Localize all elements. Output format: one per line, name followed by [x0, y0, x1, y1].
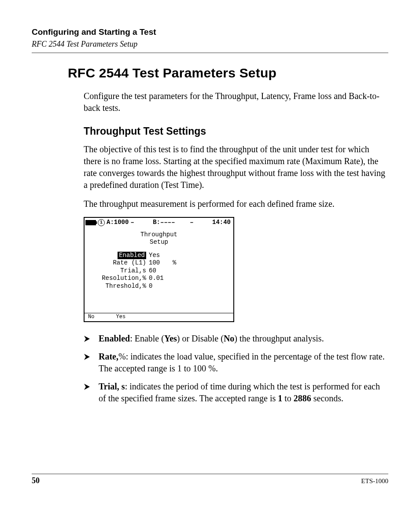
list-item: Rate,%: indicates the load value, specif…	[84, 351, 388, 374]
text-bold: Yes	[164, 334, 177, 343]
arrow-icon	[84, 382, 93, 390]
param-unit	[173, 252, 182, 260]
battery-icon	[85, 220, 96, 225]
term: Trial, s	[99, 382, 125, 391]
device-figure: 1 A:1000 – B:–––– – 14:40 Throughput Set…	[84, 217, 388, 322]
status-dash-b: –	[190, 219, 193, 226]
arrow-icon	[84, 334, 93, 342]
param-row-resolution: Resolution,% 0.01	[88, 275, 230, 283]
status-dash-a: –	[130, 219, 134, 227]
param-label: Resolution,%	[88, 275, 146, 283]
param-row-trial: Trial,s 60	[88, 267, 230, 275]
subsection-para-2: The throughput measurement is performed …	[84, 198, 388, 210]
page-number: 50	[32, 476, 40, 485]
device-footer: No Yes	[85, 313, 233, 321]
param-value: 100	[149, 259, 170, 267]
param-unit: %	[173, 259, 182, 267]
arrow-icon	[84, 352, 93, 360]
list-item: Trial, s: indicates the period of time d…	[84, 381, 388, 404]
text-bold: No	[224, 334, 234, 343]
text: ) the throughput analysis.	[234, 334, 324, 343]
footer-option-yes: Yes	[116, 314, 126, 320]
list-item: Enabled: Enable (Yes) or Disable (No) th…	[84, 333, 388, 345]
term: Rate,	[99, 352, 118, 361]
subsection-title: Throughput Test Settings	[84, 125, 388, 137]
device-title: Throughput Setup	[85, 227, 233, 247]
param-row-rate: Rate (L1) 100 %	[88, 259, 230, 267]
section-intro: Configure the test parameters for the Th…	[84, 90, 388, 114]
model-name: ETS-1000	[361, 477, 388, 485]
indicator-icon: 1	[98, 219, 105, 226]
param-value: 0	[149, 283, 170, 290]
param-label-selected: Enabled	[118, 252, 146, 260]
text: ) or Disable (	[177, 334, 224, 343]
param-unit	[173, 267, 182, 275]
text: to	[282, 393, 294, 403]
param-unit	[173, 275, 182, 283]
page-header: Configuring and Starting a Test RFC 2544…	[32, 27, 388, 53]
param-value: 0.01	[149, 275, 170, 283]
text-bold: 1	[278, 393, 282, 403]
page: Configuring and Starting a Test RFC 2544…	[0, 0, 420, 510]
device-params: Enabled Yes Rate (L1) 100 % Trial,s 60 R…	[85, 247, 233, 313]
param-value: Yes	[149, 252, 170, 260]
term: Enabled	[99, 334, 130, 343]
param-row-threshold: Threshold,% 0	[88, 283, 230, 290]
device-title-line2: Setup	[150, 238, 168, 246]
param-value: 60	[149, 267, 170, 275]
text: : Enable (	[130, 334, 164, 343]
status-port-b: B:––––	[153, 219, 175, 226]
section-title: RFC 2544 Test Parameters Setup	[68, 66, 388, 81]
text-bold: 2886	[294, 393, 311, 403]
chapter-title: Configuring and Starting a Test	[32, 27, 388, 37]
status-port-a: A:1000	[107, 219, 129, 227]
param-label: Threshold,%	[88, 283, 146, 290]
param-label: Rate (L1)	[88, 259, 146, 267]
device-screen: 1 A:1000 – B:–––– – 14:40 Throughput Set…	[84, 217, 234, 322]
footer-rule	[32, 473, 388, 474]
param-label: Trial,s	[88, 267, 146, 275]
header-rule	[32, 52, 388, 53]
param-unit	[173, 283, 182, 290]
device-status-bar: 1 A:1000 – B:–––– – 14:40	[85, 218, 233, 227]
param-row-enabled: Enabled Yes	[88, 252, 230, 260]
breadcrumb: RFC 2544 Test Parameters Setup	[32, 40, 388, 49]
footer-option-no: No	[88, 314, 94, 320]
subsection-para-1: The objective of this test is to find th…	[84, 143, 388, 191]
device-title-line1: Throughput	[140, 231, 177, 238]
page-footer: 50 ETS-1000	[32, 473, 388, 485]
bullet-list: Enabled: Enable (Yes) or Disable (No) th…	[84, 333, 388, 404]
text: seconds.	[311, 393, 343, 403]
text: %: indicates the load value, specified i…	[99, 352, 385, 373]
status-time: 14:40	[212, 219, 231, 227]
